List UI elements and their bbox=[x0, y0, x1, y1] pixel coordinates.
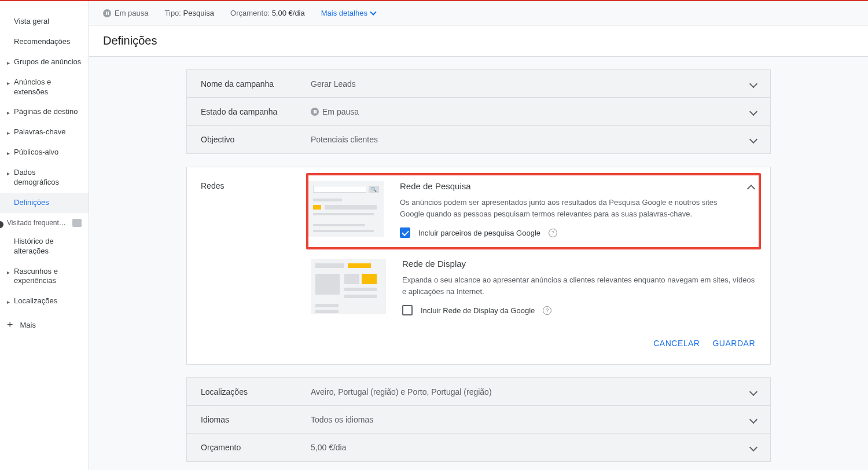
page-title: Definições bbox=[89, 25, 868, 57]
sidebar-item-label: Rascunhos e experiências bbox=[14, 267, 83, 287]
info-icon[interactable]: ? bbox=[549, 229, 557, 237]
thumb-search-icon: 🔍 bbox=[308, 181, 384, 237]
expand-icon[interactable] bbox=[751, 443, 756, 452]
caret-icon: ▸ bbox=[7, 170, 10, 177]
sidebar-item-change-history[interactable]: Histórico de alterações bbox=[0, 232, 89, 262]
sidebar-frequent-label: Visitado frequent… bbox=[7, 219, 66, 227]
info-icon[interactable]: ? bbox=[543, 306, 551, 315]
bottom-row-languages[interactable]: Idiomas Todos os idiomas bbox=[187, 406, 770, 434]
row-value: Todos os idiomas bbox=[311, 415, 751, 424]
network-display-desc: Expanda o seu alcance ao apresentar anún… bbox=[402, 274, 756, 297]
summary-row-objective[interactable]: Objectivo Potenciais clientes bbox=[187, 126, 770, 153]
row-label: Nome da campanha bbox=[201, 79, 311, 89]
row-value: 5,00 €/dia bbox=[311, 443, 751, 452]
sidebar-item-landing-pages[interactable]: ▸ Páginas de destino bbox=[0, 102, 89, 122]
chevron-down-icon bbox=[370, 9, 376, 15]
sidebar-item-recommendations[interactable]: Recomendações bbox=[0, 32, 89, 52]
row-label: Estado da campanha bbox=[201, 107, 311, 116]
network-block-search: 🔍 Rede de Pesquisa bbox=[306, 173, 761, 249]
row-label: Idiomas bbox=[201, 415, 311, 424]
sidebar-item-label: Definições bbox=[14, 198, 49, 208]
expand-icon[interactable] bbox=[751, 107, 756, 116]
checkbox-search-label: Incluir parceiros de pesquisa Google bbox=[418, 229, 540, 237]
plus-icon: + bbox=[7, 320, 13, 330]
topbar-details-label: Mais detalhes bbox=[321, 9, 367, 17]
sidebar-item-ads-extensions[interactable]: ▸ Anúncios e extensões bbox=[0, 72, 89, 102]
content: Nome da campanha Gerar Leads Estado da c… bbox=[89, 57, 868, 470]
row-value: Gerar Leads bbox=[311, 79, 751, 89]
sidebar-item-keywords[interactable]: ▸ Palavras-chave bbox=[0, 122, 89, 142]
sidebar-item-label: Histórico de alterações bbox=[14, 237, 83, 256]
topbar-type-value: Pesquisa bbox=[183, 9, 214, 17]
networks-section-label: Redes bbox=[201, 179, 311, 190]
caret-icon: ▸ bbox=[7, 298, 10, 306]
row-label: Orçamento bbox=[201, 443, 311, 452]
caret-icon: ▸ bbox=[7, 129, 10, 137]
topbar-status-label: Em pausa bbox=[115, 9, 149, 17]
sidebar-item-label: Anúncios e extensões bbox=[14, 78, 83, 97]
network-display-title: Rede de Display bbox=[402, 259, 756, 269]
bottom-row-locations[interactable]: Localizações Aveiro, Portugal (região) e… bbox=[187, 378, 770, 406]
expand-icon[interactable] bbox=[751, 387, 756, 396]
summary-row-campaign-name[interactable]: Nome da campanha Gerar Leads bbox=[187, 70, 770, 98]
checkbox-search-partners[interactable] bbox=[400, 227, 410, 238]
checkbox-display-network[interactable] bbox=[402, 305, 413, 315]
topbar: Em pausa Tipo: Pesquisa Orçamento: 5,00 … bbox=[89, 1, 868, 25]
collapse-icon[interactable] bbox=[748, 181, 754, 193]
summary-card: Nome da campanha Gerar Leads Estado da c… bbox=[186, 69, 771, 154]
sidebar-item-label: Vista geral bbox=[14, 17, 49, 27]
sidebar-item-ad-groups[interactable]: ▸ Grupos de anúncios bbox=[0, 52, 89, 72]
pause-icon bbox=[103, 9, 111, 17]
expand-icon[interactable] bbox=[751, 415, 756, 424]
sidebar-item-label: Palavras-chave bbox=[14, 127, 66, 137]
topbar-status: Em pausa bbox=[103, 9, 149, 17]
save-button[interactable]: GUARDAR bbox=[712, 339, 755, 348]
sidebar-item-label: Recomendações bbox=[14, 37, 71, 47]
sidebar-item-locations[interactable]: ▸ Localizações bbox=[0, 291, 89, 311]
network-search-desc: Os anúncios podem ser apresentados junto… bbox=[400, 197, 732, 219]
sidebar-item-demographics[interactable]: ▸ Dados demográficos bbox=[0, 163, 89, 193]
sidebar-item-drafts[interactable]: ▸ Rascunhos e experiências bbox=[0, 262, 89, 292]
sidebar-item-label: Páginas de destino bbox=[14, 107, 78, 117]
sidebar-item-settings[interactable]: Definições bbox=[0, 193, 89, 213]
network-block-display: Rede de Display Expanda o seu alcance ao… bbox=[311, 253, 756, 328]
cancel-button[interactable]: CANCELAR bbox=[653, 339, 700, 348]
row-value: Aveiro, Portugal (região) e Porto, Portu… bbox=[311, 387, 751, 396]
thumb-display-icon bbox=[311, 259, 386, 314]
row-label: Objectivo bbox=[201, 135, 311, 144]
bottom-row-budget[interactable]: Orçamento 5,00 €/dia bbox=[187, 434, 770, 461]
expand-icon[interactable] bbox=[751, 135, 756, 144]
expand-icon[interactable] bbox=[751, 79, 756, 89]
topbar-type-label: Tipo: bbox=[165, 9, 181, 17]
topbar-type: Tipo: Pesquisa bbox=[165, 9, 215, 17]
caret-icon: ▸ bbox=[7, 269, 10, 276]
caret-icon: ▸ bbox=[7, 149, 10, 157]
summary-row-campaign-status[interactable]: Estado da campanha Em pausa bbox=[187, 98, 770, 126]
row-value-text: Em pausa bbox=[322, 107, 359, 116]
sidebar-item-label: Públicos-alvo bbox=[14, 148, 58, 157]
topbar-budget-value: 5,00 €/dia bbox=[272, 9, 305, 17]
comment-icon[interactable] bbox=[72, 219, 82, 227]
row-value: Potenciais clientes bbox=[311, 135, 751, 144]
row-label: Localizações bbox=[201, 387, 311, 396]
caret-icon: ▸ bbox=[7, 79, 10, 87]
checkbox-display-label: Incluir Rede de Display da Google bbox=[421, 306, 535, 315]
networks-actions: CANCELAR GUARDAR bbox=[187, 328, 770, 359]
sidebar-item-label: Dados demográficos bbox=[14, 168, 83, 188]
main: Em pausa Tipo: Pesquisa Orçamento: 5,00 … bbox=[89, 1, 868, 470]
network-search-title: Rede de Pesquisa bbox=[400, 181, 732, 191]
topbar-budget: Orçamento: 5,00 €/dia bbox=[230, 9, 305, 17]
topbar-budget-label: Orçamento: bbox=[230, 9, 270, 17]
networks-card: Redes 🔍 bbox=[186, 167, 771, 365]
sidebar-frequent-heading: Visitado frequent… bbox=[0, 213, 89, 232]
row-value: Em pausa bbox=[311, 107, 751, 116]
sidebar-item-audiences[interactable]: ▸ Públicos-alvo bbox=[0, 142, 89, 163]
pause-icon bbox=[311, 108, 319, 116]
sidebar-item-label: Localizações bbox=[14, 296, 57, 306]
topbar-details-link[interactable]: Mais detalhes bbox=[321, 9, 376, 17]
sidebar-more-label: Mais bbox=[20, 321, 36, 329]
caret-icon: ▸ bbox=[7, 109, 10, 116]
caret-icon: ▸ bbox=[7, 59, 10, 67]
sidebar-more[interactable]: + Mais bbox=[0, 311, 89, 338]
sidebar-item-overview[interactable]: Vista geral bbox=[0, 12, 89, 32]
